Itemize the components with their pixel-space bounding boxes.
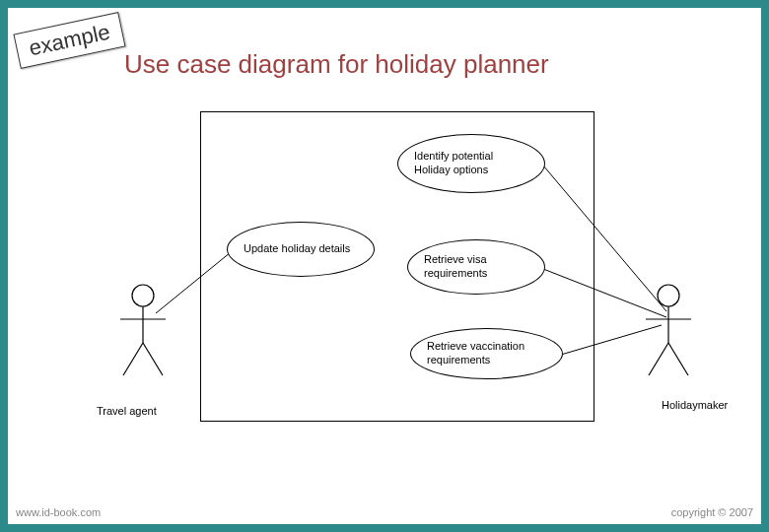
usecase-identify-options: Identify potential Holiday options [397,134,545,193]
stick-figure-icon [113,282,173,380]
usecase-label: Update holiday details [244,242,350,256]
usecase-retrieve-visa: Retrieve visa requirements [407,239,545,295]
actor-label-left: Travel agent [97,405,157,417]
svg-line-7 [123,343,143,375]
svg-line-12 [649,343,668,375]
usecase-update-details: Update holiday details [227,222,375,277]
page-title: Use case diagram for holiday planner [124,49,549,80]
actor-label-right: Holidaymaker [662,399,728,411]
slide: example Use case diagram for holiday pla… [8,8,761,524]
frame: example Use case diagram for holiday pla… [0,0,769,532]
usecase-retrieve-vaccination: Retrieve vaccination requirements [410,328,563,379]
footer-url: www.id-book.com [16,506,101,518]
usecase-label: Retrieve visa requirements [424,253,528,281]
footer: www.id-book.com copyright © 2007 [8,500,761,524]
actor-travel-agent [113,282,173,380]
svg-point-4 [132,285,154,306]
actor-holidaymaker [639,282,698,380]
example-badge: example [13,12,125,69]
usecase-label: Identify potential Holiday options [414,150,528,177]
svg-line-13 [668,343,688,375]
svg-point-9 [658,285,679,306]
stick-figure-icon [639,282,698,380]
svg-line-8 [143,343,163,375]
footer-copyright: copyright © 2007 [671,506,753,518]
usecase-label: Retrieve vaccination requirements [427,340,546,367]
